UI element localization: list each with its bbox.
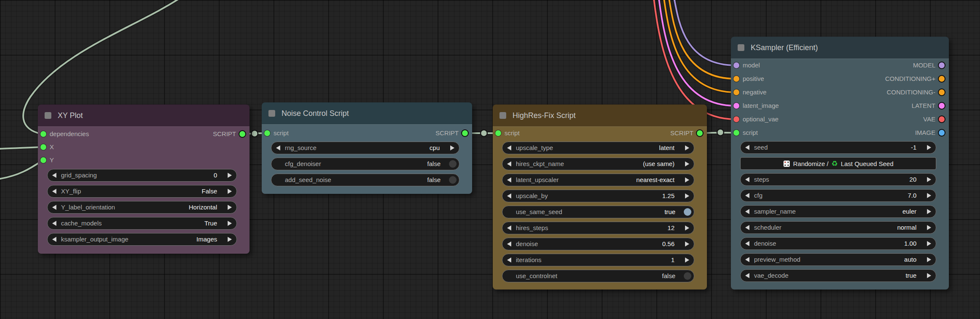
increment-arrow-icon[interactable] (228, 189, 232, 194)
decrement-arrow-icon[interactable] (507, 241, 511, 247)
input-port-x[interactable] (40, 144, 46, 150)
decrement-arrow-icon[interactable] (507, 161, 511, 166)
widget-cfg-denoiser[interactable]: cfg_denoiser false (271, 158, 459, 170)
output-port-conditioning-plus[interactable] (939, 76, 945, 82)
increment-arrow-icon[interactable] (927, 273, 931, 278)
increment-arrow-icon[interactable] (228, 205, 232, 210)
node-xy-plot[interactable]: XY Plot dependencies SCRIPT X Y grid_spa… (38, 105, 250, 254)
widget-upscale-by[interactable]: upscale_by 1.25 (502, 190, 694, 202)
decrement-arrow-icon[interactable] (745, 177, 749, 182)
collapse-box-icon[interactable] (738, 44, 744, 51)
collapse-box-icon[interactable] (45, 112, 51, 119)
input-port-script[interactable] (733, 130, 739, 136)
decrement-arrow-icon[interactable] (507, 257, 511, 263)
decrement-arrow-icon[interactable] (507, 225, 511, 231)
widget-use-same-seed[interactable]: use_same_seed true (502, 206, 694, 218)
decrement-arrow-icon[interactable] (52, 173, 56, 178)
widget-add-seed-noise[interactable]: add_seed_noise false (271, 174, 459, 186)
output-port-model[interactable] (939, 62, 945, 68)
widget-scheduler[interactable]: scheduler normal (740, 221, 936, 234)
widget-seed[interactable]: seed -1 (740, 141, 936, 154)
widget-ksampler-output-image[interactable]: ksampler_output_image Images (47, 233, 237, 246)
node-header[interactable]: Noise Control Script (262, 102, 472, 124)
decrement-arrow-icon[interactable] (745, 145, 749, 150)
decrement-arrow-icon[interactable] (507, 177, 511, 182)
widget-steps[interactable]: steps 20 (740, 173, 936, 186)
collapse-box-icon[interactable] (268, 110, 275, 117)
output-port-conditioning-minus[interactable] (939, 89, 945, 95)
widget-rng-source[interactable]: rng_source cpu (271, 142, 459, 154)
increment-arrow-icon[interactable] (450, 145, 454, 150)
widget-denoise[interactable]: denoise 1.00 (740, 237, 936, 250)
increment-arrow-icon[interactable] (927, 177, 931, 182)
widget-grid-spacing[interactable]: grid_spacing 0 (47, 169, 237, 182)
output-port-script[interactable] (462, 130, 468, 136)
node-header[interactable]: KSampler (Efficient) (731, 37, 949, 59)
input-port-script[interactable] (495, 130, 501, 136)
toggle-off-icon[interactable] (684, 272, 691, 280)
input-port-positive[interactable] (733, 76, 739, 82)
decrement-arrow-icon[interactable] (52, 189, 56, 194)
input-port-dependencies[interactable] (40, 131, 46, 137)
output-port-image[interactable] (939, 130, 945, 136)
increment-arrow-icon[interactable] (927, 241, 931, 246)
increment-arrow-icon[interactable] (927, 209, 931, 214)
decrement-arrow-icon[interactable] (52, 221, 56, 226)
widget-cache-models[interactable]: cache_models True (47, 217, 237, 230)
decrement-arrow-icon[interactable] (507, 193, 511, 198)
node-header[interactable]: HighRes-Fix Script (493, 105, 707, 126)
increment-arrow-icon[interactable] (685, 241, 689, 247)
input-port-negative[interactable] (733, 89, 739, 95)
widget-denoise[interactable]: denoise 0.56 (502, 238, 694, 250)
input-port-model[interactable] (733, 62, 739, 68)
increment-arrow-icon[interactable] (685, 177, 689, 182)
randomize-seed-button[interactable]: Randomize / ♻ Last Queued Seed (740, 157, 936, 170)
decrement-arrow-icon[interactable] (507, 145, 511, 150)
link-marker[interactable] (481, 130, 487, 137)
toggle-off-icon[interactable] (449, 160, 457, 168)
node-ksampler-efficient[interactable]: KSampler (Efficient) model MODEL positiv… (731, 37, 949, 290)
widget-hires-ckpt-name[interactable]: hires_ckpt_name (use same) (502, 158, 694, 170)
decrement-arrow-icon[interactable] (276, 145, 280, 150)
widget-upscale-type[interactable]: upscale_type latent (502, 142, 694, 154)
node-header[interactable]: XY Plot (38, 105, 250, 126)
increment-arrow-icon[interactable] (228, 221, 232, 226)
widget-iterations[interactable]: iterations 1 (502, 254, 694, 266)
input-port-optional-vae[interactable] (733, 116, 739, 122)
widget-sampler-name[interactable]: sampler_name euler (740, 205, 936, 218)
input-port-latent-image[interactable] (733, 103, 739, 109)
increment-arrow-icon[interactable] (228, 237, 232, 242)
toggle-on-icon[interactable] (684, 208, 691, 216)
decrement-arrow-icon[interactable] (745, 193, 749, 198)
increment-arrow-icon[interactable] (927, 145, 931, 150)
link-marker[interactable] (717, 129, 724, 136)
increment-arrow-icon[interactable] (685, 225, 689, 231)
widget-use-controlnet[interactable]: use_controlnet false (502, 270, 694, 282)
decrement-arrow-icon[interactable] (745, 257, 749, 262)
output-port-script[interactable] (239, 131, 245, 137)
node-highres-fix-script[interactable]: HighRes-Fix Script script SCRIPT upscale… (493, 105, 707, 290)
increment-arrow-icon[interactable] (685, 145, 689, 150)
decrement-arrow-icon[interactable] (745, 241, 749, 246)
node-noise-control-script[interactable]: Noise Control Script script SCRIPT rng_s… (262, 102, 472, 194)
increment-arrow-icon[interactable] (685, 193, 689, 198)
toggle-off-icon[interactable] (449, 176, 457, 184)
output-port-script[interactable] (697, 130, 703, 136)
widget-latent-upscaler[interactable]: latent_upscaler nearest-exact (502, 174, 694, 186)
link-marker[interactable] (251, 130, 258, 137)
collapse-box-icon[interactable] (499, 112, 506, 119)
input-port-y[interactable] (40, 157, 46, 163)
widget-hires-steps[interactable]: hires_steps 12 (502, 222, 694, 234)
widget-cfg[interactable]: cfg 7.0 (740, 189, 936, 202)
decrement-arrow-icon[interactable] (745, 225, 749, 230)
decrement-arrow-icon[interactable] (745, 209, 749, 214)
widget-vae-decode[interactable]: vae_decode true (740, 269, 936, 282)
input-port-script[interactable] (264, 130, 270, 136)
increment-arrow-icon[interactable] (927, 225, 931, 230)
increment-arrow-icon[interactable] (228, 173, 232, 178)
increment-arrow-icon[interactable] (685, 257, 689, 263)
widget-y-label-orientation[interactable]: Y_label_orientation Horizontal (47, 201, 237, 214)
decrement-arrow-icon[interactable] (52, 237, 56, 242)
widget-preview-method[interactable]: preview_method auto (740, 253, 936, 266)
output-port-vae[interactable] (939, 116, 945, 122)
